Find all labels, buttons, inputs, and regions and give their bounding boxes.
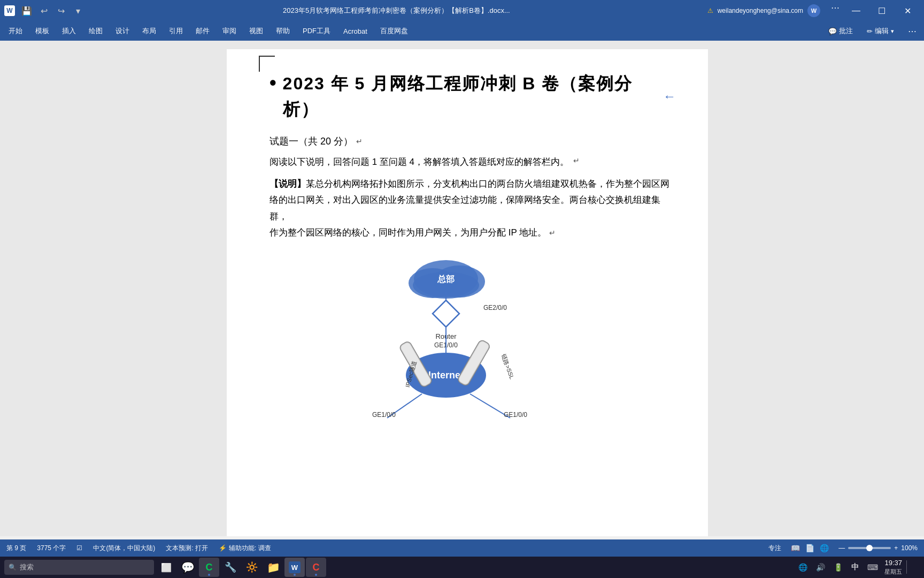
menu-pdf[interactable]: PDF工具 [296,23,337,39]
edit-button[interactable]: ✏ 编辑 ▾ [861,24,899,38]
zoom-thumb [866,545,873,551]
taskbar-app-tool[interactable]: 🔧 [220,558,241,577]
page-corner [259,56,275,72]
taskbar-app-app5[interactable]: 🔆 [242,558,262,577]
web-view-button[interactable]: 🌐 [819,543,830,553]
comment-icon: 💬 [828,27,837,35]
print-view-button[interactable]: 📄 [804,543,815,553]
username: weilandeyongheng@sina.com [718,7,803,14]
menu-template[interactable]: 模板 [29,23,56,39]
customize-button[interactable]: ▾ [71,3,86,18]
taskbar-app-cisdem[interactable]: C [199,558,219,577]
word-icon: W [4,5,15,16]
svg-text:GE2/0/0: GE2/0/0 [483,304,507,311]
status-bar: 第 9 页 3775 个字 ☑ 中文(简体，中国大陆) 文本预测: 打开 ⚡ 辅… [0,539,924,557]
page-indicator: 第 9 页 [6,544,26,553]
taskbar-app-wechat[interactable]: 💬 [178,558,198,577]
undo-button[interactable]: ↩ [36,3,51,18]
zoom-controls: — + 100% [838,544,918,552]
taskbar-search[interactable]: 🔍 搜索 [4,560,154,575]
menu-view[interactable]: 视图 [243,23,270,39]
save-button[interactable]: 💾 [19,3,34,18]
content-area: • 2023 年 5 月网络工程师冲刺 B 卷（案例分析） ← 试题一（共 20… [0,41,924,536]
menu-insert[interactable]: 插入 [56,23,82,39]
input-method-zh[interactable]: 中 [849,560,861,574]
zoom-minus-button[interactable]: — [838,544,845,552]
app5-icon: 🔆 [246,561,258,573]
instruction-arrow: ↵ [573,154,580,168]
taskbar-app-folder[interactable]: 📁 [263,558,283,577]
svg-text:GE1/0/0: GE1/0/0 [504,411,527,419]
spell-check[interactable]: ☑ [76,544,82,552]
content-arrow: ↵ [549,229,556,237]
zoom-level: 100% [901,544,918,552]
close-button[interactable]: ✕ [895,0,920,21]
cisdem2-active-indicator [315,574,317,576]
assist-icon: ⚡ [219,544,227,552]
volume-icon[interactable]: 🔊 [814,561,827,574]
menu-mail[interactable]: 邮件 [189,23,216,39]
network-icon[interactable]: 🌐 [796,561,810,574]
more-button[interactable]: ⋯ [903,24,922,39]
title-arrow: ← [663,87,676,106]
page-text: 第 9 页 [6,544,26,553]
instruction-text: 阅读以下说明，回答问题 1 至问题 4，将解答填入答题纸对应的解答栏内。 [270,154,569,171]
word-count: 3775 个字 [37,544,66,553]
menu-draw[interactable]: 绘图 [82,23,109,39]
comment-button[interactable]: 💬 批注 [823,24,858,38]
edit-dropdown-icon: ▾ [891,28,894,35]
taskbar-app-cisdem2[interactable]: C [306,558,326,577]
content-text-3: 作为整个园区网络的核心，同时作为用户网关，为用户分配 IP 地址。 [270,227,546,238]
read-view-button[interactable]: 📖 [790,543,801,553]
menu-acrobat[interactable]: Acrobat [337,24,374,39]
quick-access-toolbar: 💾 ↩ ↪ ▾ [19,3,86,18]
zoom-slider[interactable] [848,547,891,549]
minimize-button[interactable]: — [844,0,868,21]
ribbon-collapse-button[interactable]: ⋯ [828,0,843,15]
maximize-button[interactable]: ☐ [869,0,894,21]
word-count-text: 3775 个字 [37,544,66,553]
cisdem2-icon: C [313,562,320,573]
menu-layout[interactable]: 布局 [136,23,163,39]
keyboard-icon[interactable]: ⌨ [865,561,880,574]
user-account[interactable]: ⚠ weilandeyongheng@sina.com W [707,4,820,17]
cisdem-icon: C [206,562,213,573]
show-desktop-button[interactable] [906,560,920,574]
menu-baidu[interactable]: 百度网盘 [374,23,414,39]
menu-references[interactable]: 引用 [163,23,189,39]
clock[interactable]: 19:37 星期五 [884,558,902,576]
taskbar-app-word[interactable]: W [284,558,305,577]
diagram-svg: 总部 Router GE2/0/0 GE1/0/0 Internet IPSec… [339,252,606,423]
warning-icon: ⚠ [707,7,713,14]
title-bullet: • [270,71,276,96]
menu-review[interactable]: 审阅 [216,23,243,39]
content-para: 【说明】某总分机构网络拓扑如图所示，分支机构出口的两台防火墙组建双机热备，作为整… [270,176,676,241]
avatar: W [807,4,820,17]
focus-button[interactable]: 专注 [768,544,781,553]
text-predict[interactable]: 文本预测: 打开 [166,544,208,553]
check-icon: ☑ [76,544,82,552]
battery-icon[interactable]: 🔋 [831,561,845,574]
taskview-icon: ⬜ [161,562,172,573]
status-right: 专注 📖 📄 🌐 — + 100% [768,543,918,553]
language-text: 中文(简体，中国大陆) [93,544,155,553]
redo-button[interactable]: ↪ [53,3,68,18]
svg-text:GE1/0/0: GE1/0/0 [372,411,396,419]
taskbar-app-taskview[interactable]: ⬜ [156,558,176,577]
word-active-indicator [294,574,296,576]
tool-icon: 🔧 [225,561,236,573]
comment-label: 批注 [839,26,853,36]
doc-title: • 2023 年 5 月网络工程师冲刺 B 卷（案例分析） ← [270,71,676,122]
title-bar-left: W 💾 ↩ ↪ ▾ [4,3,86,18]
document-page: • 2023 年 5 月网络工程师冲刺 B 卷（案例分析） ← 试题一（共 20… [227,49,708,536]
time-display: 19:37 [884,558,902,568]
menu-design[interactable]: 设计 [109,23,136,39]
word-taskbar-icon: W [289,561,301,573]
language-indicator: 中文(简体，中国大陆) [93,544,155,553]
accessibility[interactable]: ⚡ 辅助功能: 调查 [219,544,271,553]
menu-help[interactable]: 帮助 [270,23,296,39]
menu-start[interactable]: 开始 [2,23,29,39]
taskbar: 🔍 搜索 ⬜ 💬 C 🔧 🔆 📁 W C [0,557,924,578]
focus-text: 专注 [768,544,781,553]
zoom-plus-button[interactable]: + [894,544,898,552]
